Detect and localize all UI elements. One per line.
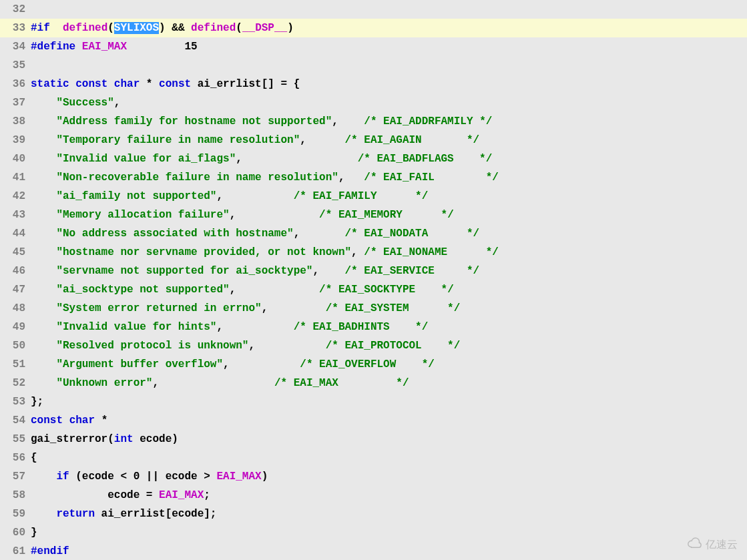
- preproc-token: #if: [31, 22, 50, 34]
- line-number: 48: [0, 299, 29, 318]
- code-content[interactable]: #define EAI_MAX 15: [29, 37, 747, 56]
- code-line[interactable]: 48 "System error returned in errno", /* …: [0, 299, 747, 318]
- code-content[interactable]: "Non-recoverable failure in name resolut…: [29, 168, 747, 187]
- code-content[interactable]: [29, 56, 747, 75]
- code-content[interactable]: "Success",: [29, 93, 747, 112]
- code-content[interactable]: "hostname nor servname provided, or not …: [29, 243, 747, 262]
- code-line[interactable]: 36 static const char * const ai_errlist[…: [0, 75, 747, 93]
- comma-token: ,: [114, 97, 121, 109]
- code-line[interactable]: 53 };: [0, 392, 747, 411]
- code-content[interactable]: };: [29, 392, 747, 411]
- preproc-token: #endif: [31, 545, 69, 557]
- code-content[interactable]: "Temporary failure in name resolution", …: [29, 131, 747, 150]
- string-token: "ai_family not supported": [56, 190, 216, 202]
- string-token: "Invalid value for hints": [56, 321, 216, 333]
- line-number: 59: [0, 505, 29, 523]
- code-line[interactable]: 54 const char *: [0, 411, 747, 430]
- code-line[interactable]: 52 "Unknown error", /* EAI_MAX */: [0, 374, 747, 392]
- code-content[interactable]: [29, 0, 747, 19]
- code-line[interactable]: 40 "Invalid value for ai_flags", /* EAI_…: [0, 150, 747, 168]
- code-content[interactable]: {: [29, 449, 747, 467]
- code-content[interactable]: "Address family for hostname not support…: [29, 112, 747, 131]
- code-line[interactable]: 38 "Address family for hostname not supp…: [0, 112, 747, 131]
- code-line[interactable]: 59 return ai_errlist[ecode];: [0, 505, 747, 523]
- code-content[interactable]: "Invalid value for ai_flags", /* EAI_BAD…: [29, 150, 747, 168]
- comment-token: /* EAI_MAX */: [274, 377, 409, 389]
- code-content[interactable]: const char *: [29, 411, 747, 430]
- line-number: 58: [0, 486, 29, 505]
- code-content[interactable]: "servname not supported for ai_socktype"…: [29, 262, 747, 280]
- code-line[interactable]: 41 "Non-recoverable failure in name reso…: [0, 168, 747, 187]
- line-number: 38: [0, 112, 29, 131]
- code-content[interactable]: "Memory allocation failure", /* EAI_MEMO…: [29, 206, 747, 224]
- code-line[interactable]: 50 "Resolved protocol is unknown", /* EA…: [0, 336, 747, 355]
- string-token: "Temporary failure in name resolution": [56, 134, 300, 146]
- code-content[interactable]: if (ecode < 0 || ecode > EAI_MAX): [29, 467, 747, 486]
- code-line[interactable]: 49 "Invalid value for hints", /* EAI_BAD…: [0, 318, 747, 336]
- code-content[interactable]: "ai_family not supported", /* EAI_FAMILY…: [29, 187, 747, 206]
- keyword-token: char: [114, 78, 140, 90]
- code-content[interactable]: "Resolved protocol is unknown", /* EAI_P…: [29, 336, 747, 355]
- keyword-token: if: [56, 471, 69, 483]
- code-content[interactable]: "Unknown error", /* EAI_MAX */: [29, 374, 747, 392]
- code-content[interactable]: "No address associated with hostname", /…: [29, 224, 747, 243]
- string-token: "ai_socktype not supported": [56, 284, 229, 296]
- code-content[interactable]: #if defined(SYLIXOS) && defined(__DSP__): [29, 19, 747, 37]
- code-content[interactable]: static const char * const ai_errlist[] =…: [29, 75, 747, 93]
- line-number: 45: [0, 243, 29, 262]
- brace-token: {: [31, 452, 37, 464]
- space: [184, 22, 191, 34]
- code-line[interactable]: 46 "servname not supported for ai_sockty…: [0, 262, 747, 280]
- code-content[interactable]: "System error returned in errno", /* EAI…: [29, 299, 747, 318]
- line-number: 37: [0, 93, 29, 112]
- code-line[interactable]: 32: [0, 0, 747, 19]
- code-line[interactable]: 37 "Success",: [0, 93, 747, 112]
- code-content[interactable]: "Argument buffer overflow", /* EAI_OVERF…: [29, 355, 747, 374]
- macro-token: EAI_MAX: [82, 41, 127, 53]
- comment-token: /* EAI_SYSTEM */: [326, 302, 461, 314]
- code-content[interactable]: }: [29, 523, 747, 542]
- string-token: "Invalid value for ai_flags": [56, 153, 236, 165]
- code-line[interactable]: 61 #endif: [0, 542, 747, 560]
- code-line[interactable]: 39 "Temporary failure in name resolution…: [0, 131, 747, 150]
- code-editor[interactable]: 32 33 #if defined(SYLIXOS) && defined(__…: [0, 0, 747, 560]
- ident-token: ecode): [134, 433, 178, 445]
- code-content[interactable]: ecode = EAI_MAX;: [29, 486, 747, 505]
- macro-token: EAI_MAX: [216, 471, 261, 483]
- code-line[interactable]: 56 {: [0, 449, 747, 467]
- code-content[interactable]: #endif: [29, 542, 747, 560]
- code-content[interactable]: return ai_errlist[ecode];: [29, 505, 747, 523]
- string-token: "Memory allocation failure": [56, 209, 229, 221]
- code-line[interactable]: 44 "No address associated with hostname"…: [0, 224, 747, 243]
- code-line[interactable]: 35: [0, 56, 747, 75]
- line-number: 61: [0, 542, 29, 560]
- code-line[interactable]: 58 ecode = EAI_MAX;: [0, 486, 747, 505]
- code-line[interactable]: 60 }: [0, 523, 747, 542]
- comment-token: /* EAI_AGAIN */: [344, 134, 479, 146]
- line-number: 33: [0, 19, 29, 37]
- code-content[interactable]: gai_strerror(int ecode): [29, 430, 747, 449]
- selection[interactable]: SYLIXOS: [114, 22, 159, 34]
- op-token: *: [101, 414, 108, 427]
- code-line[interactable]: 45 "hostname nor servname provided, or n…: [0, 243, 747, 262]
- string-token: "servname not supported for ai_socktype": [56, 265, 312, 277]
- code-line[interactable]: 34 #define EAI_MAX 15: [0, 37, 747, 56]
- code-line[interactable]: 51 "Argument buffer overflow", /* EAI_OV…: [0, 355, 747, 374]
- code-line[interactable]: 47 "ai_socktype not supported", /* EAI_S…: [0, 280, 747, 299]
- line-number: 39: [0, 131, 29, 150]
- macro-token: __DSP__: [242, 22, 287, 34]
- line-number: 34: [0, 37, 29, 56]
- code-content[interactable]: "ai_socktype not supported", /* EAI_SOCK…: [29, 280, 747, 299]
- code-line[interactable]: 55 gai_strerror(int ecode): [0, 430, 747, 449]
- code-line[interactable]: 42 "ai_family not supported", /* EAI_FAM…: [0, 187, 747, 206]
- comment-token: /* EAI_SERVICE */: [344, 265, 479, 277]
- comment-token: /* EAI_NONAME */: [364, 246, 499, 258]
- code-content[interactable]: "Invalid value for hints", /* EAI_BADHIN…: [29, 318, 747, 336]
- code-line[interactable]: 57 if (ecode < 0 || ecode > EAI_MAX): [0, 467, 747, 486]
- string-token: "Non-recoverable failure in name resolut…: [56, 172, 338, 184]
- comment-token: /* EAI_OVERFLOW */: [300, 358, 435, 370]
- keyword-token: const: [159, 78, 191, 90]
- code-line-current[interactable]: 33 #if defined(SYLIXOS) && defined(__DSP…: [0, 19, 747, 37]
- code-line[interactable]: 43 "Memory allocation failure", /* EAI_M…: [0, 206, 747, 224]
- line-number: 55: [0, 430, 29, 449]
